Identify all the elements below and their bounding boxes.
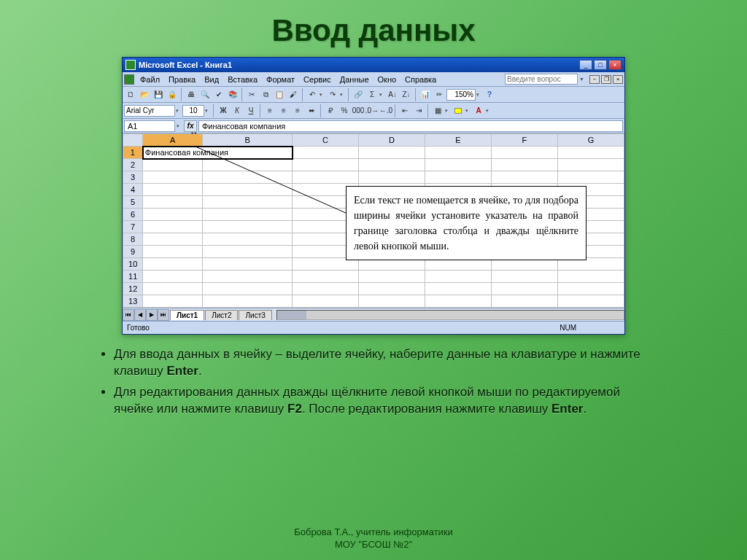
minimize-button[interactable]: _ [579, 60, 592, 70]
cell[interactable] [293, 147, 359, 159]
menu-data[interactable]: Данные [336, 74, 374, 85]
col-header-C[interactable]: C [293, 134, 359, 147]
fill-color-icon[interactable] [452, 104, 465, 117]
sheet-tab-1[interactable]: Лист1 [170, 310, 204, 320]
decrease-decimal-icon[interactable]: ←.0 [379, 104, 392, 117]
cell[interactable] [359, 147, 425, 159]
percent-icon[interactable]: % [338, 104, 351, 117]
row-header-3[interactable]: 3 [123, 171, 143, 184]
autosum-icon[interactable]: Σ [365, 88, 379, 101]
menu-window[interactable]: Окно [374, 74, 401, 85]
underline-icon[interactable]: Ч [244, 104, 258, 117]
doc-minimize-button[interactable]: − [589, 75, 600, 84]
menu-edit[interactable]: Правка [164, 74, 200, 85]
currency-icon[interactable]: ₽ [324, 104, 337, 117]
redo-dropdown-icon[interactable]: ▾ [340, 92, 346, 98]
align-left-icon[interactable]: ≡ [263, 104, 276, 117]
open-icon[interactable]: 📂 [138, 88, 151, 101]
name-box[interactable] [124, 120, 175, 132]
undo-icon[interactable]: ↶ [306, 88, 319, 101]
hyperlink-icon[interactable]: 🔗 [352, 88, 365, 101]
close-button[interactable]: × [608, 60, 622, 70]
col-header-D[interactable]: D [359, 134, 425, 147]
col-header-E[interactable]: E [425, 134, 491, 147]
row-header-11[interactable]: 11 [123, 271, 143, 283]
permission-icon[interactable]: 🔒 [166, 88, 179, 101]
row-header-2[interactable]: 2 [123, 159, 143, 171]
print-preview-icon[interactable]: 🔍 [198, 88, 212, 101]
row-header-4[interactable]: 4 [123, 184, 143, 196]
menu-insert[interactable]: Вставка [223, 74, 262, 85]
zoom-input[interactable] [446, 89, 476, 101]
row-header-5[interactable]: 5 [123, 196, 143, 209]
fill-dropdown-icon[interactable]: ▾ [465, 108, 471, 114]
cut-icon[interactable]: ✂ [245, 88, 258, 101]
decrease-indent-icon[interactable]: ⇤ [398, 104, 411, 117]
help-dropdown-icon[interactable]: ▼ [579, 77, 585, 82]
menu-file[interactable]: Файл [136, 74, 164, 85]
font-size-input[interactable] [182, 105, 204, 117]
sheet-tab-3[interactable]: Лист3 [239, 310, 271, 320]
font-color-icon[interactable]: A [472, 104, 485, 117]
formula-input[interactable] [198, 120, 623, 132]
col-header-A[interactable]: A [143, 134, 203, 147]
help-icon[interactable]: ? [483, 88, 496, 101]
menu-view[interactable]: Вид [200, 74, 223, 85]
borders-icon[interactable]: ▦ [431, 104, 444, 117]
col-header-F[interactable]: F [491, 134, 557, 147]
sort-desc-icon[interactable]: Z↓ [400, 88, 413, 101]
research-icon[interactable]: 📚 [226, 88, 239, 101]
help-search-input[interactable] [505, 74, 578, 85]
row-header-7[interactable]: 7 [123, 221, 143, 233]
cell[interactable] [491, 147, 557, 159]
sheet-tab-2[interactable]: Лист2 [205, 310, 238, 320]
align-right-icon[interactable]: ≡ [291, 104, 304, 117]
comma-icon[interactable]: 000 [352, 104, 365, 117]
print-icon[interactable]: 🖶 [185, 88, 198, 101]
autosum-dropdown-icon[interactable]: ▾ [379, 92, 385, 98]
font-name-input[interactable] [124, 105, 175, 117]
borders-dropdown-icon[interactable]: ▾ [445, 108, 451, 114]
cell[interactable] [557, 147, 624, 159]
drawing-icon[interactable]: ✏ [433, 88, 446, 101]
tab-prev-icon[interactable]: ◀ [134, 309, 146, 321]
menu-format[interactable]: Формат [262, 74, 299, 85]
col-header-B[interactable]: B [203, 134, 293, 147]
tab-next-icon[interactable]: ▶ [146, 309, 158, 321]
paste-icon[interactable]: 📋 [273, 88, 286, 101]
increase-indent-icon[interactable]: ⇥ [412, 104, 425, 117]
merge-center-icon[interactable]: ⬌ [305, 104, 318, 117]
undo-dropdown-icon[interactable]: ▾ [320, 92, 325, 98]
size-dropdown-icon[interactable]: ▾ [205, 108, 211, 114]
row-header-1[interactable]: 1 [123, 147, 143, 159]
row-header-13[interactable]: 13 [123, 295, 143, 308]
font-dropdown-icon[interactable]: ▾ [176, 108, 182, 114]
menu-help[interactable]: Справка [400, 74, 441, 85]
save-icon[interactable]: 💾 [152, 88, 165, 101]
spellcheck-icon[interactable]: ✔ [212, 88, 225, 101]
sort-asc-icon[interactable]: A↓ [386, 88, 399, 101]
italic-icon[interactable]: К [231, 104, 244, 117]
menu-tools[interactable]: Сервис [299, 74, 336, 85]
chart-icon[interactable]: 📊 [419, 88, 432, 101]
doc-restore-button[interactable]: ❐ [601, 75, 611, 84]
row-header-10[interactable]: 10 [123, 258, 143, 271]
cell-A1[interactable]: Финансовая компания [143, 147, 293, 159]
row-header-6[interactable]: 6 [123, 209, 143, 221]
row-header-9[interactable]: 9 [123, 246, 143, 258]
copy-icon[interactable]: ⧉ [259, 88, 272, 101]
align-center-icon[interactable]: ≡ [277, 104, 290, 117]
row-header-12[interactable]: 12 [123, 283, 143, 295]
cell[interactable] [425, 147, 491, 159]
namebox-dropdown-icon[interactable]: ▾ [177, 123, 182, 129]
row-header-8[interactable]: 8 [123, 233, 143, 246]
app-icon[interactable] [124, 74, 134, 85]
select-all-corner[interactable] [123, 134, 143, 147]
maximize-button[interactable]: □ [594, 60, 607, 70]
new-icon[interactable]: 🗋 [124, 88, 137, 101]
horizontal-scrollbar[interactable] [276, 310, 624, 320]
bold-icon[interactable]: Ж [217, 104, 230, 117]
zoom-dropdown-icon[interactable]: ▾ [476, 92, 482, 98]
redo-icon[interactable]: ↷ [326, 88, 339, 101]
col-header-G[interactable]: G [557, 134, 624, 147]
